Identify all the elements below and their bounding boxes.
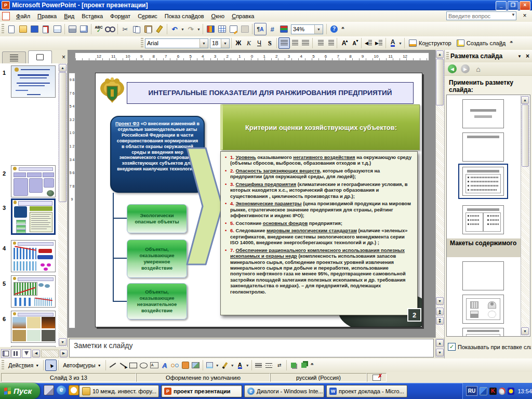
layout-title-only[interactable]	[462, 132, 504, 162]
help-icon[interactable]: ?	[328, 23, 340, 35]
color-grayscale-icon[interactable]	[278, 23, 289, 35]
thumbnails-scroll-up-icon[interactable]: ▲	[59, 64, 66, 72]
draw-actions-button[interactable]: Действия ▼	[6, 361, 42, 369]
cut-icon[interactable]: ✂	[119, 23, 131, 35]
3d-style-icon[interactable]	[299, 360, 309, 370]
category-box-dangerous[interactable]: Экологически опасные объекты	[127, 204, 187, 233]
start-button[interactable]: Пуск	[0, 383, 40, 399]
minimize-button[interactable]: _	[496, 1, 507, 10]
scroll-thumb[interactable]	[436, 59, 444, 105]
font-name-dropdown-icon[interactable]: ▼	[200, 39, 208, 48]
toolbar-options-icon[interactable]: ▼▔	[340, 23, 346, 35]
layout-blank[interactable]	[462, 261, 504, 290]
normal-view-button[interactable]	[1, 349, 10, 358]
taskbar-powerpoint-task[interactable]: P проект презентации	[161, 385, 242, 397]
dash-style-icon[interactable]	[264, 360, 274, 370]
hyperlink-icon[interactable]	[239, 23, 250, 35]
spelling-icon[interactable]: ABC✓	[93, 23, 104, 35]
pane-close-icon[interactable]: ×	[526, 52, 532, 60]
insert-picture-icon[interactable]	[191, 360, 201, 370]
slide-thumbnail-5[interactable]	[11, 275, 56, 308]
home-icon[interactable]: ⌂	[474, 64, 483, 73]
open-icon[interactable]	[17, 23, 29, 35]
outline-scroll-left-icon[interactable]: ◀	[32, 350, 40, 357]
numbering-button[interactable]	[314, 38, 325, 48]
vertical-ruler[interactable]: 9 8 7 6 5 4 3 2 1 0 1 2 3 4 5 6 7 8 9	[69, 73, 75, 328]
font-size-dropdown-icon[interactable]: ▼	[221, 39, 229, 48]
redo-icon[interactable]: ↷	[185, 23, 196, 35]
menu-window[interactable]: Окно	[208, 11, 229, 21]
paste-icon[interactable]	[142, 23, 154, 35]
layout-content[interactable]	[462, 295, 504, 324]
research-icon[interactable]	[104, 23, 116, 35]
clipart-icon[interactable]	[180, 360, 191, 370]
pane-dropdown-icon[interactable]: ▼	[517, 54, 526, 59]
menu-format[interactable]: Формат	[107, 11, 134, 21]
formatting-drag-handle[interactable]	[141, 38, 143, 48]
taskbar-folder-task[interactable]: 10 межд. инвест. фору...	[79, 385, 159, 397]
shadow-style-icon[interactable]	[288, 360, 299, 370]
close-panel-icon[interactable]: ×	[62, 54, 65, 61]
undo-icon[interactable]: ↶	[169, 23, 180, 35]
zoom-dropdown-icon[interactable]: ▼	[314, 25, 323, 34]
shadow-button[interactable]: S	[264, 39, 275, 47]
next-slide-icon[interactable]: ▼▼	[436, 317, 444, 325]
cd-tray-icon[interactable]	[499, 388, 506, 395]
formatting-options-icon[interactable]: ▼▔	[508, 37, 514, 49]
pane-scroll-down-icon[interactable]: ▼	[521, 327, 529, 335]
new-slide-button[interactable]: Создать слайд	[454, 38, 508, 48]
bold-button[interactable]: Ж	[233, 39, 244, 47]
tab-outline[interactable]	[2, 51, 26, 63]
slide-thumbnail-2[interactable]	[11, 165, 56, 197]
criteria-list[interactable]: • 1. Уровень оказываемого негативного во…	[220, 151, 418, 315]
rectangle-icon[interactable]	[128, 360, 139, 370]
show-formatting-icon[interactable]: ¶A	[254, 23, 267, 35]
language-indicator[interactable]: RU	[466, 386, 477, 396]
previous-slide-icon[interactable]: ▲▲	[436, 308, 444, 315]
slide-thumbnail-7[interactable]	[11, 346, 56, 347]
restore-button[interactable]: ❐	[508, 1, 518, 10]
slide-thumbnail-6[interactable]	[11, 311, 56, 343]
layout-title-text-selected[interactable]	[458, 164, 508, 199]
autoshapes-button[interactable]: Автофигуры ▼	[60, 361, 104, 369]
antivirus-tray-icon[interactable]: K	[489, 388, 496, 395]
slide-thumbnail-3-selected[interactable]	[11, 198, 56, 235]
increase-indent-icon[interactable]: ▶	[374, 38, 384, 48]
font-color-icon[interactable]: A	[388, 38, 398, 48]
insert-chart-icon[interactable]	[205, 23, 216, 35]
undo-dropdown-icon[interactable]: ▼	[180, 28, 185, 31]
outline-scroll-right-icon[interactable]: ▶	[60, 350, 68, 357]
notes-scroll-down-icon[interactable]: ▼	[436, 349, 444, 356]
arrow-style-icon[interactable]: ⇄	[274, 360, 285, 370]
tables-borders-icon[interactable]	[228, 23, 239, 35]
menu-slideshow[interactable]: Показ слайдов	[161, 11, 208, 21]
forward-icon[interactable]: ▶	[461, 64, 470, 73]
menu-tools[interactable]: Сервис	[134, 11, 161, 21]
horizontal-ruler[interactable]: 12 11 10 9 8 7 6 5 4 3 2 1 0 1 2 3 4 5 6…	[75, 52, 429, 61]
font-color-dropdown-icon[interactable]: ▼	[398, 42, 403, 45]
menu-view[interactable]: Вид	[60, 11, 78, 21]
textbox-icon[interactable]: A	[149, 360, 159, 370]
category-box-moderate[interactable]: Объекты, оказывающие умеренное воздейств…	[127, 240, 187, 278]
question-dropdown-icon[interactable]: ▼	[511, 12, 515, 17]
ask-question-input[interactable]	[446, 11, 516, 20]
notes-area[interactable]: Заметки к слайду	[69, 339, 434, 357]
slide-sorter-view-button[interactable]	[11, 349, 21, 358]
drawing-options-icon[interactable]: ▼▔	[309, 360, 315, 371]
designer-button[interactable]: Конструктор	[406, 38, 454, 48]
italic-button[interactable]: К	[244, 39, 254, 47]
slide-thumbnail-1[interactable]	[11, 65, 56, 98]
font-name-combo[interactable]: Arial ▼	[145, 38, 208, 48]
criteria-header[interactable]: Критерии оценки хозяйствующих субъектов:	[220, 104, 420, 150]
layout-title-slide[interactable]	[462, 99, 504, 128]
show-desktop-icon[interactable]	[44, 385, 54, 395]
font-size-combo[interactable]: 18 ▼	[210, 38, 230, 48]
insert-table-icon[interactable]	[216, 23, 228, 35]
menu-file[interactable]: Файл	[12, 11, 34, 21]
align-left-button[interactable]	[278, 37, 290, 49]
pane-scroll-thumb[interactable]	[522, 104, 529, 167]
toolbar-drag-handle[interactable]	[2, 24, 4, 34]
draw-font-color-icon[interactable]: A	[235, 360, 245, 370]
show-on-insert-checkbox[interactable]: ✓	[448, 343, 456, 351]
scroll-up-icon[interactable]: ▲	[436, 50, 444, 58]
